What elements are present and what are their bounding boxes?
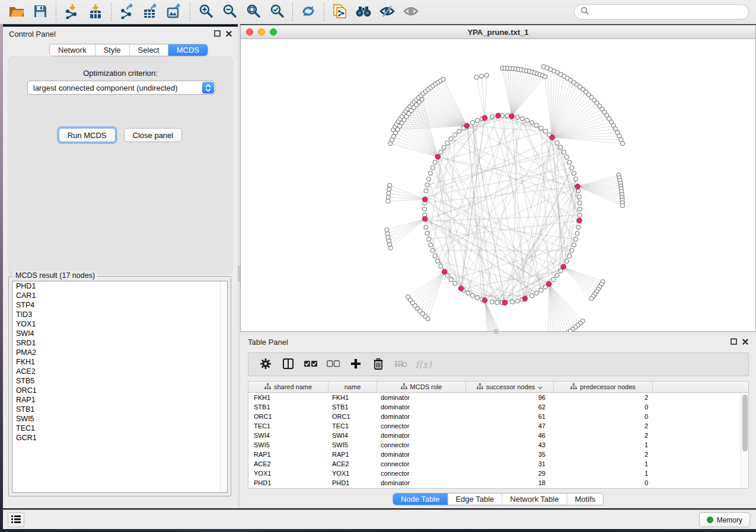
- table-row[interactable]: PHD1PHD1dominator180: [248, 478, 741, 488]
- import-table-button[interactable]: [84, 2, 107, 22]
- minimize-window-icon[interactable]: [258, 28, 265, 36]
- new-network-from-selection-button[interactable]: [328, 2, 352, 22]
- export-network-button[interactable]: [115, 2, 139, 22]
- delete-column-button[interactable]: [367, 354, 390, 374]
- table-row[interactable]: TEC1TEC1connector472: [248, 421, 741, 431]
- table-row[interactable]: SWI4SWI4dominator462: [248, 431, 741, 440]
- import-network-icon: [64, 4, 79, 21]
- cell-shared-name: YOX1: [248, 470, 328, 477]
- function-builder-button[interactable]: f(x): [412, 354, 435, 374]
- hierarchy-icon: [264, 383, 271, 390]
- export-table-button[interactable]: [139, 2, 162, 22]
- list-item[interactable]: STB5: [12, 376, 227, 386]
- cell-shared-name: TEC1: [248, 422, 328, 430]
- splitter-grip[interactable]: [494, 329, 498, 334]
- table-row[interactable]: FKH1FKH1dominator962: [248, 393, 741, 402]
- list-item[interactable]: TEC1: [12, 424, 227, 433]
- table-row[interactable]: ACE2ACE2connector311: [248, 459, 741, 469]
- search-box[interactable]: [574, 4, 749, 20]
- cell-predecessor-nodes: 0: [554, 413, 653, 420]
- tab-network-table[interactable]: Network Table: [502, 493, 567, 505]
- list-item[interactable]: SRD1: [12, 338, 227, 348]
- float-panel-icon[interactable]: [731, 336, 737, 347]
- list-item[interactable]: SWI5: [12, 414, 227, 424]
- list-item[interactable]: ORC1: [12, 386, 227, 395]
- list-item[interactable]: TID3: [12, 310, 227, 319]
- show-columns-button[interactable]: [277, 354, 299, 374]
- network-canvas[interactable]: [241, 39, 755, 331]
- deselect-all-rows-button[interactable]: [322, 354, 344, 374]
- search-input[interactable]: [592, 8, 742, 17]
- list-item[interactable]: FKH1: [12, 357, 227, 367]
- select-all-rows-button[interactable]: [299, 354, 322, 374]
- table-panel-title: Table Panel: [248, 338, 288, 347]
- export-image-button[interactable]: [162, 2, 186, 22]
- table-row[interactable]: STB1STB1dominator620: [248, 402, 741, 412]
- table-row[interactable]: ORC1ORC1dominator610: [248, 412, 741, 421]
- open-session-button[interactable]: [5, 2, 28, 22]
- table-scrollbar[interactable]: [741, 393, 748, 488]
- table-row[interactable]: YOX1YOX1connector291: [248, 469, 741, 478]
- tab-style[interactable]: Style: [95, 44, 130, 56]
- cell-name: ORC1: [328, 413, 377, 420]
- cell-name: ACE2: [328, 460, 377, 467]
- zoom-out-button[interactable]: [218, 2, 241, 22]
- table-row[interactable]: RAP1RAP1dominator352: [248, 450, 741, 459]
- tab-network[interactable]: Network: [50, 44, 95, 56]
- maximize-window-icon[interactable]: [270, 28, 277, 36]
- task-history-button[interactable]: [8, 512, 24, 527]
- status-bar: Memory: [3, 509, 756, 529]
- table-row[interactable]: SWI5SWI5connector431: [248, 440, 741, 450]
- show-graphics-details-button[interactable]: [399, 2, 423, 22]
- find-button[interactable]: [352, 2, 375, 22]
- import-network-button[interactable]: [60, 2, 84, 22]
- list-item[interactable]: ACE2: [12, 367, 227, 376]
- close-window-icon[interactable]: [246, 28, 253, 36]
- run-mcds-button[interactable]: Run MCDS: [59, 128, 116, 142]
- cell-successor-nodes: 61: [466, 413, 554, 420]
- list-item[interactable]: SWI4: [12, 329, 227, 338]
- list-item[interactable]: RAP1: [12, 395, 227, 405]
- network-window-titlebar[interactable]: YPA_prune.txt_1: [241, 25, 755, 39]
- list-item[interactable]: CAR1: [12, 291, 227, 300]
- list-item[interactable]: STB1: [12, 405, 227, 414]
- table-settings-button[interactable]: [254, 354, 277, 374]
- zoom-fit-button[interactable]: [241, 2, 265, 22]
- zoom-selected-button[interactable]: [265, 2, 289, 22]
- delete-table-button[interactable]: [390, 354, 412, 374]
- list-item[interactable]: YOX1: [12, 319, 227, 329]
- create-column-button[interactable]: [344, 354, 367, 374]
- memory-button[interactable]: Memory: [699, 512, 750, 527]
- apply-layout-button[interactable]: [296, 2, 320, 22]
- zoom-in-button[interactable]: [194, 2, 218, 22]
- criterion-dropdown[interactable]: largest connected component (undirected): [27, 81, 215, 95]
- column-header-mcds-role[interactable]: MCDS role: [377, 382, 466, 392]
- list-item[interactable]: PHD1: [12, 281, 227, 291]
- cell-name: STB1: [328, 403, 377, 411]
- column-header-shared-name[interactable]: shared name: [248, 382, 328, 392]
- list-item[interactable]: PMA2: [12, 348, 227, 357]
- list-item[interactable]: STP4: [12, 300, 227, 310]
- close-panel-icon[interactable]: [742, 336, 748, 347]
- column-header-predecessor-nodes[interactable]: predecessor nodes: [554, 382, 653, 392]
- tab-mcds[interactable]: MCDS: [168, 44, 208, 56]
- column-header-successor-nodes[interactable]: successor nodes: [466, 382, 554, 392]
- close-panel-button[interactable]: Close panel: [124, 128, 183, 142]
- tab-motifs[interactable]: Motifs: [567, 493, 603, 505]
- float-panel-icon[interactable]: [214, 28, 221, 39]
- list-item[interactable]: GCR1: [12, 433, 227, 443]
- close-panel-icon[interactable]: [226, 28, 232, 39]
- mcds-result-list[interactable]: PHD1CAR1STP4TID3YOX1SWI4SRD1PMA2FKH1ACE2…: [12, 281, 228, 493]
- tab-node-table[interactable]: Node Table: [393, 493, 448, 505]
- main-toolbar: [0, 0, 756, 24]
- save-session-button[interactable]: [28, 2, 52, 22]
- tab-select[interactable]: Select: [130, 44, 168, 56]
- table-scrollbar-thumb[interactable]: [742, 395, 748, 451]
- tab-edge-table[interactable]: Edge Table: [448, 493, 502, 505]
- hide-graphics-details-button[interactable]: [375, 2, 399, 22]
- mcds-list-scrollbar[interactable]: [220, 281, 227, 492]
- toolbar-separator: [56, 3, 56, 21]
- column-header-name[interactable]: name: [328, 382, 377, 392]
- zoom-fit-icon: [246, 4, 261, 20]
- network-graph[interactable]: [241, 39, 755, 332]
